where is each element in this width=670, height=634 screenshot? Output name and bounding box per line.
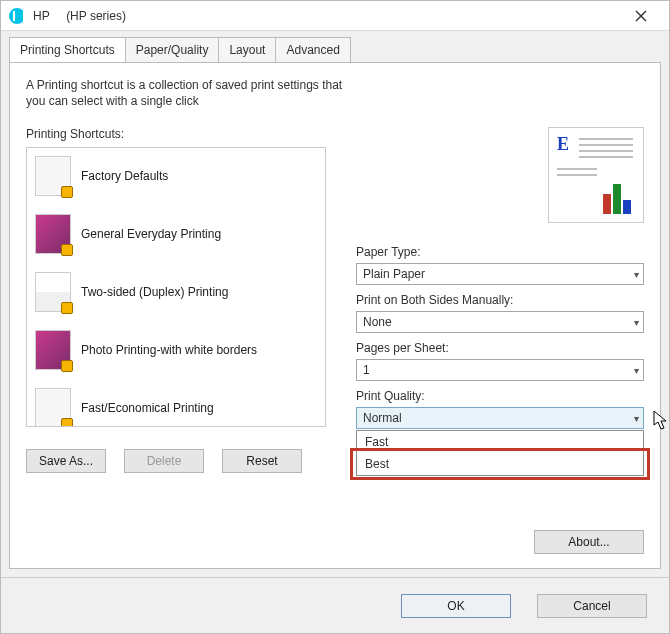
duplex-label: Print on Both Sides Manually: xyxy=(356,293,644,307)
window-title: HP (HP series) xyxy=(33,9,126,23)
chevron-down-icon: ▾ xyxy=(634,413,639,424)
photo-icon xyxy=(35,214,71,254)
quality-option-fast[interactable]: Fast xyxy=(357,431,643,453)
print-preferences-window: HP (HP series) Printing Shortcuts Paper/… xyxy=(0,0,670,634)
print-quality-dropdown: Fast Best xyxy=(356,430,644,476)
window-subtitle: (HP series) xyxy=(66,9,126,23)
preview-letter-icon: E xyxy=(557,134,569,155)
tabstrip: Printing Shortcuts Paper/Quality Layout … xyxy=(1,31,669,62)
duplex-value: None xyxy=(363,315,392,329)
lock-icon xyxy=(61,302,73,314)
paper-type-value: Plain Paper xyxy=(363,267,425,281)
shortcut-label: Photo Printing-with white borders xyxy=(81,343,257,357)
paper-type-select[interactable]: Plain Paper ▾ xyxy=(356,263,644,285)
print-quality-value: Normal xyxy=(363,411,402,425)
tab-advanced[interactable]: Advanced xyxy=(275,37,350,62)
shortcuts-description: A Printing shortcut is a collection of s… xyxy=(26,77,346,109)
reset-button[interactable]: Reset xyxy=(222,449,302,473)
photo-icon xyxy=(35,330,71,370)
tab-content: A Printing shortcut is a collection of s… xyxy=(9,62,661,569)
close-button[interactable] xyxy=(621,2,661,30)
duplex-select[interactable]: None ▾ xyxy=(356,311,644,333)
print-quality-label: Print Quality: xyxy=(356,389,644,403)
close-icon xyxy=(635,10,647,22)
shortcut-fast-economical[interactable]: Fast/Economical Printing xyxy=(27,380,325,427)
page-icon xyxy=(35,156,71,196)
lock-icon xyxy=(61,244,73,256)
pages-per-sheet-label: Pages per Sheet: xyxy=(356,341,644,355)
chevron-down-icon: ▾ xyxy=(634,365,639,376)
shortcut-duplex[interactable]: Two-sided (Duplex) Printing xyxy=(27,264,325,322)
save-as-button[interactable]: Save As... xyxy=(26,449,106,473)
titlebar: HP (HP series) xyxy=(1,1,669,31)
dialog-footer: OK Cancel xyxy=(1,577,669,633)
shortcut-label: General Everyday Printing xyxy=(81,227,221,241)
tab-printing-shortcuts[interactable]: Printing Shortcuts xyxy=(9,37,126,62)
page-preview: E xyxy=(548,127,644,223)
tab-layout[interactable]: Layout xyxy=(218,37,276,62)
tab-paper-quality[interactable]: Paper/Quality xyxy=(125,37,220,62)
paper-type-label: Paper Type: xyxy=(356,245,644,259)
shortcuts-list[interactable]: Factory Defaults General Everyday Printi… xyxy=(26,147,326,427)
pages-per-sheet-value: 1 xyxy=(363,363,370,377)
shortcut-everyday-printing[interactable]: General Everyday Printing xyxy=(27,206,325,264)
shortcuts-title: Printing Shortcuts: xyxy=(26,127,326,141)
lock-icon xyxy=(61,360,73,372)
delete-button: Delete xyxy=(124,449,204,473)
shortcut-factory-defaults[interactable]: Factory Defaults xyxy=(27,148,325,206)
hp-logo-icon xyxy=(9,8,25,24)
shortcut-buttons: Save As... Delete Reset xyxy=(26,449,326,473)
cancel-button[interactable]: Cancel xyxy=(537,594,647,618)
ok-button[interactable]: OK xyxy=(401,594,511,618)
lock-icon xyxy=(61,186,73,198)
about-button[interactable]: About... xyxy=(534,530,644,554)
left-column: Printing Shortcuts: Factory Defaults Gen… xyxy=(26,127,326,554)
chevron-down-icon: ▾ xyxy=(634,317,639,328)
print-quality-select[interactable]: Normal ▾ xyxy=(356,407,644,429)
quality-option-best[interactable]: Best xyxy=(357,453,643,475)
lock-icon xyxy=(61,418,73,427)
shortcut-label: Two-sided (Duplex) Printing xyxy=(81,285,228,299)
app-name: HP xyxy=(33,9,49,23)
chevron-down-icon: ▾ xyxy=(634,269,639,280)
duplex-icon xyxy=(35,272,71,312)
pages-per-sheet-select[interactable]: 1 ▾ xyxy=(356,359,644,381)
shortcut-label: Fast/Economical Printing xyxy=(81,401,214,415)
page-icon xyxy=(35,388,71,427)
right-column: E Paper Type: Plain Paper ▾ Print on xyxy=(356,127,644,554)
shortcut-label: Factory Defaults xyxy=(81,169,168,183)
shortcut-photo-borders[interactable]: Photo Printing-with white borders xyxy=(27,322,325,380)
